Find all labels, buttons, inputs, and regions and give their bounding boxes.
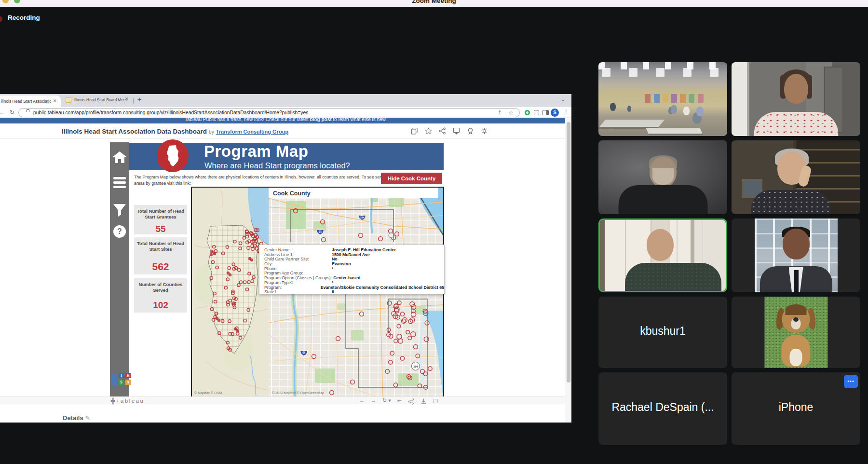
stat-grantees-value: 55 [134, 224, 187, 234]
tooltip-label: Address Line 1: [264, 252, 332, 257]
menu-icon[interactable] [113, 177, 126, 179]
badge-icon[interactable] [467, 127, 474, 135]
tooltip-row: Program Age Group: [264, 271, 444, 275]
scrollbar-thumb[interactable] [567, 122, 570, 382]
tooltip-value: Evanston/Skokie Community Consolidated S… [321, 285, 444, 290]
profile-avatar[interactable]: S [551, 109, 559, 117]
more-options-button[interactable]: ••• [844, 375, 858, 388]
tooltip-row: Center Name:Joseph E. Hill Education Cen… [264, 247, 444, 252]
browser-scrollbar[interactable] [565, 118, 571, 423]
new-tab-button[interactable]: + [137, 95, 142, 103]
video-tile-participant-2[interactable] [732, 62, 860, 136]
filter-icon[interactable] [110, 203, 129, 218]
tooltip-row: Program:Evanston/Skokie Community Consol… [264, 285, 444, 290]
participant-name: kbushur1 [598, 325, 727, 338]
video-frame [732, 140, 860, 214]
video-frame [764, 297, 827, 368]
map-tooltip: Center Name:Joseph E. Hill Education Cen… [259, 245, 445, 294]
tooltip-value: * [332, 266, 333, 271]
home-icon[interactable] [110, 150, 129, 164]
ilhsa-logo: I H S A [111, 371, 128, 390]
stat-label: Total Number of Head Start Sites [136, 237, 186, 252]
fullscreen-icon[interactable]: ▢ [433, 397, 438, 405]
participant-name: Rachael DeSpain (... [598, 401, 727, 414]
video-frame [598, 62, 727, 136]
close-tab-icon[interactable]: ✕ [53, 98, 57, 103]
program-map[interactable]: 294 94 [191, 187, 444, 397]
tooltip-label: City: [264, 261, 332, 266]
settings-gear-icon[interactable] [481, 127, 488, 135]
tab-board-meeting[interactable]: Illinois Head Start Board Meeti ✕ [63, 96, 133, 106]
tooltip-value: Joseph E. Hill Education Center [332, 247, 396, 252]
stat-counties: Number of Counties Served 102 [134, 278, 187, 313]
svg-text:94: 94 [319, 231, 322, 233]
view-original-icon[interactable] [411, 127, 418, 135]
browser-url-bar: ← ↻ public.tableau.com/app/profile/trans… [0, 107, 571, 118]
tableau-logo: ╬+ableau [111, 398, 144, 404]
tooltip-label: Phone: [264, 266, 332, 271]
tab-favicon [66, 97, 71, 103]
browser-menu-icon[interactable]: ⋮ [563, 109, 569, 115]
stat-sites-value: 562 [134, 261, 187, 273]
svg-text:55: 55 [302, 352, 305, 355]
redo-icon[interactable]: → [371, 397, 376, 405]
recording-label: Recording [8, 14, 40, 21]
video-tile-conference-room[interactable] [598, 62, 727, 136]
video-tile-rachael[interactable]: Rachael DeSpain (... [598, 372, 727, 445]
stat-sites: Total Number of Head Start Sites 562 [134, 237, 187, 274]
video-tile-dog[interactable] [732, 297, 860, 368]
svg-text:© Mapbox © OSM: © Mapbox © OSM [194, 391, 222, 395]
tooltip-row: City:Evanston [264, 261, 444, 266]
tooltip-label: Child Care Partner Site: [264, 257, 332, 261]
download-viz-icon[interactable] [420, 398, 427, 405]
undo-icon[interactable]: ← [359, 397, 365, 405]
author-link[interactable]: Transform Consulting Group [216, 129, 288, 135]
video-frame [732, 62, 860, 136]
svg-text:© 2022 Mapbox © OpenStreetMap: © 2022 Mapbox © OpenStreetMap [272, 391, 324, 395]
tab-search-chevron-icon[interactable]: ⌄ [561, 96, 565, 103]
stat-label: Total Number of Head Start Grantees [136, 205, 186, 220]
tab-illinois-dashboard[interactable]: llinois Head Start Association ✕ [0, 96, 61, 107]
svg-text:294: 294 [413, 365, 418, 368]
map-description-line2: areas by grantee visit this link: [134, 181, 191, 186]
blog-post-link[interactable]: blog post [310, 118, 332, 122]
share-icon[interactable] [439, 127, 446, 135]
download-icon[interactable] [453, 127, 460, 135]
browser-window: llinois Head Start Association ✕ Illinoi… [0, 94, 571, 423]
program-map-title: Program Map [204, 142, 308, 161]
video-tile-iphone[interactable]: iPhone ••• [732, 372, 860, 445]
video-tile-active-speaker[interactable] [598, 218, 727, 292]
video-tile-participant-4[interactable] [732, 140, 860, 214]
tooltip-value: Center-based [333, 275, 360, 280]
bookmark-star-icon[interactable]: ☆ [508, 109, 514, 116]
share-icon[interactable]: ↥ [498, 109, 502, 116]
hide-cook-county-button[interactable]: Hide Cook County [381, 173, 442, 184]
video-tile-participant-3[interactable] [598, 140, 727, 214]
reload-icon[interactable]: ↻ [10, 109, 14, 116]
tableau-sidebar: ? I H S A [110, 142, 129, 396]
close-tab-icon[interactable]: ✕ [125, 96, 129, 101]
tooltip-row: Program Type1:* [264, 280, 444, 285]
tooltip-label: Program Age Group: [264, 271, 332, 275]
tooltip-row: State1:IL [264, 289, 444, 294]
revert-icon[interactable]: ⇤ [397, 397, 402, 405]
extension-icon[interactable] [525, 110, 530, 115]
help-icon[interactable]: ? [113, 225, 126, 238]
tooltip-value: IL [332, 289, 336, 294]
share-viz-icon[interactable] [408, 398, 414, 405]
macos-titlebar: Zoom Meeting [0, 0, 868, 7]
video-frame [755, 218, 838, 292]
video-tile-participant-6[interactable] [732, 218, 860, 292]
address-bar[interactable]: public.tableau.com/app/profile/transform… [18, 108, 520, 117]
tooltip-row: Phone:* [264, 266, 444, 271]
tooltip-value: No [332, 257, 338, 261]
extensions-puzzle-icon[interactable] [534, 110, 539, 115]
video-tile-kbushur1[interactable]: kbushur1 [598, 297, 727, 368]
url-text: public.tableau.com/app/profile/transform… [33, 110, 308, 115]
reset-icon[interactable]: ↻ ▾ [382, 397, 391, 405]
back-icon[interactable]: ← [0, 109, 5, 116]
marker-294: 294 [412, 362, 420, 370]
tooltip-value: 1500 McDaniel Ave [332, 252, 370, 257]
favorite-star-icon[interactable] [425, 127, 432, 135]
side-panel-icon[interactable] [542, 110, 549, 115]
